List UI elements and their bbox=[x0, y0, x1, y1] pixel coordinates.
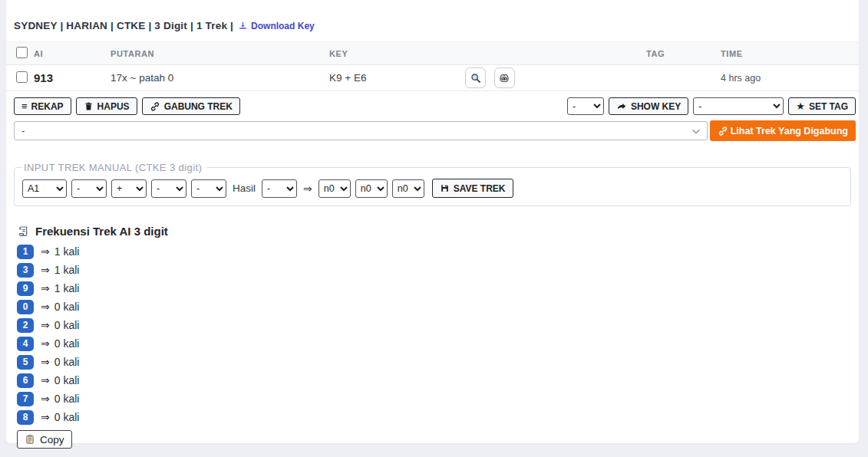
double-arrow-icon: ⇒ bbox=[41, 337, 50, 350]
operator-select[interactable]: + bbox=[111, 179, 147, 198]
frequency-item: 8 ⇒0 kali bbox=[17, 409, 851, 425]
table-header-row: AI PUTARAN KEY TAG TIME bbox=[6, 42, 859, 65]
result-select-1[interactable]: n0 bbox=[318, 179, 351, 198]
count-text: 1 kali bbox=[54, 264, 80, 276]
robot-button[interactable] bbox=[494, 67, 515, 88]
result-select-2[interactable]: n0 bbox=[355, 179, 388, 198]
double-arrow-icon: ⇒ bbox=[41, 264, 50, 276]
trek-combined-select-value: - bbox=[21, 125, 25, 136]
breadcrumb: SYDNEY | HARIAN | CTKE | 3 Digit | 1 Tre… bbox=[6, 0, 859, 41]
hapus-button[interactable]: HAPUS bbox=[76, 97, 137, 115]
digit-badge: 3 bbox=[17, 263, 34, 278]
menu-icon: ≡ bbox=[21, 101, 28, 111]
lihat-trek-label: Lihat Trek Yang Digabung bbox=[731, 126, 848, 136]
save-icon bbox=[440, 183, 450, 193]
frequency-item: 3 ⇒1 kali bbox=[17, 262, 851, 278]
frequency-item: 5 ⇒0 kali bbox=[17, 354, 851, 370]
col-header-ai: AI bbox=[34, 42, 111, 65]
col-header-time: TIME bbox=[721, 42, 859, 65]
hasil-select[interactable]: - bbox=[262, 179, 297, 198]
frequency-item: 9 ⇒1 kali bbox=[17, 281, 851, 296]
set-tag-label: SET TAG bbox=[809, 101, 848, 112]
frequency-list: 1 ⇒1 kali 3 ⇒1 kali 9 ⇒1 kali 0 ⇒0 kali … bbox=[17, 244, 851, 425]
frequency-item: 7 ⇒0 kali bbox=[17, 391, 851, 406]
frequency-title-text: Frekuensi Trek AI 3 digit bbox=[35, 225, 168, 238]
inspect-button[interactable] bbox=[465, 67, 486, 88]
count-text: 0 kali bbox=[54, 319, 80, 331]
double-arrow-icon: ⇒ bbox=[41, 374, 50, 386]
double-arrow-icon: ⇒ bbox=[41, 393, 50, 405]
col-header-putaran: PUTARAN bbox=[111, 42, 329, 65]
table-row: 913 17x ~ patah 0 K9 + E6 bbox=[6, 65, 859, 91]
count-text: 0 kali bbox=[54, 337, 80, 350]
count-text: 1 kali bbox=[54, 245, 80, 258]
save-trek-label: SAVE TREK bbox=[454, 183, 506, 194]
count-text: 0 kali bbox=[54, 356, 80, 368]
frequency-item: 1 ⇒1 kali bbox=[17, 244, 851, 259]
frequency-item: 6 ⇒0 kali bbox=[17, 373, 851, 388]
putaran-value: 17x ~ patah 0 bbox=[111, 72, 173, 84]
count-text: 0 kali bbox=[54, 411, 80, 423]
frequency-section: Frekuensi Trek AI 3 digit 1 ⇒1 kali 3 ⇒1… bbox=[6, 206, 859, 425]
page-title: SYDNEY | HARIAN | CTKE | 3 Digit | 1 Tre… bbox=[14, 20, 233, 31]
key-value: K9 + E6 bbox=[329, 72, 366, 84]
gabung-trek-button[interactable]: GABUNG TREK bbox=[142, 97, 240, 115]
copy-label: Copy bbox=[40, 434, 64, 445]
digit-badge: 1 bbox=[17, 245, 34, 259]
count-text: 0 kali bbox=[54, 301, 80, 313]
download-icon bbox=[238, 21, 248, 31]
fieldset-legend: INPUT TREK MANUAL (CTKE 3 digit) bbox=[22, 162, 206, 173]
col-header-actions bbox=[465, 42, 646, 65]
lihat-trek-button[interactable]: Lihat Trek Yang Digabung bbox=[710, 120, 856, 141]
digit-badge: 0 bbox=[17, 300, 34, 314]
col-header-tag: TAG bbox=[646, 42, 721, 65]
search-icon bbox=[470, 72, 482, 84]
copy-button[interactable]: Copy bbox=[17, 430, 72, 449]
scroll-icon bbox=[17, 225, 29, 238]
digit-badge: 5 bbox=[17, 355, 34, 370]
trash-icon bbox=[84, 101, 94, 111]
frequency-item: 0 ⇒0 kali bbox=[17, 299, 851, 314]
operand-select-1[interactable]: - bbox=[71, 179, 107, 198]
save-trek-button[interactable]: SAVE TREK bbox=[432, 179, 513, 198]
select-all-checkbox[interactable] bbox=[16, 47, 28, 58]
digit-badge: 2 bbox=[17, 318, 34, 333]
download-key-label: Download Key bbox=[251, 21, 315, 31]
time-value: 4 hrs ago bbox=[721, 73, 761, 84]
show-key-button[interactable]: SHOW KEY bbox=[609, 97, 688, 115]
hapus-label: HAPUS bbox=[97, 101, 130, 112]
trek-combined-select[interactable]: - bbox=[14, 121, 708, 140]
gabung-trek-label: GABUNG TREK bbox=[164, 101, 233, 112]
set-tag-button[interactable]: ★ SET TAG bbox=[788, 97, 856, 115]
link-icon bbox=[718, 126, 728, 136]
frequency-item: 4 ⇒0 kali bbox=[17, 336, 851, 351]
position-select[interactable]: A1 bbox=[22, 179, 67, 198]
download-key-link[interactable]: Download Key bbox=[238, 21, 315, 31]
count-text: 0 kali bbox=[54, 393, 80, 405]
input-trek-manual-fieldset: INPUT TREK MANUAL (CTKE 3 digit) A1 - + … bbox=[14, 162, 851, 206]
trek-select-row: - Lihat Trek Yang Digabung bbox=[6, 115, 859, 141]
double-arrow-icon: ⇒ bbox=[303, 182, 312, 195]
chevron-down-icon bbox=[691, 126, 701, 136]
operand-select-3[interactable]: - bbox=[191, 179, 226, 198]
digit-badge: 4 bbox=[17, 337, 34, 351]
toolbar: ≡ REKAP HAPUS GABUNG TREK - SHOW KEY bbox=[6, 91, 859, 115]
operand-select-2[interactable]: - bbox=[151, 179, 186, 198]
digit-badge: 8 bbox=[17, 410, 34, 425]
main-panel: SYDNEY | HARIAN | CTKE | 3 Digit | 1 Tre… bbox=[6, 0, 859, 443]
digit-badge: 9 bbox=[17, 281, 34, 296]
double-arrow-icon: ⇒ bbox=[41, 319, 50, 331]
share-arrow-icon bbox=[616, 101, 627, 112]
double-arrow-icon: ⇒ bbox=[41, 356, 50, 368]
double-arrow-icon: ⇒ bbox=[41, 301, 50, 313]
ai-value: 913 bbox=[34, 71, 53, 84]
key-filter-select[interactable]: - bbox=[567, 97, 604, 115]
col-header-key: KEY bbox=[329, 42, 465, 65]
frequency-title: Frekuensi Trek AI 3 digit bbox=[17, 225, 851, 238]
result-select-3[interactable]: n0 bbox=[392, 179, 424, 198]
double-arrow-icon: ⇒ bbox=[41, 245, 50, 258]
tag-select[interactable]: - bbox=[693, 97, 784, 115]
row-checkbox[interactable] bbox=[16, 71, 28, 83]
rekap-button[interactable]: ≡ REKAP bbox=[14, 97, 71, 115]
star-icon: ★ bbox=[796, 101, 805, 111]
